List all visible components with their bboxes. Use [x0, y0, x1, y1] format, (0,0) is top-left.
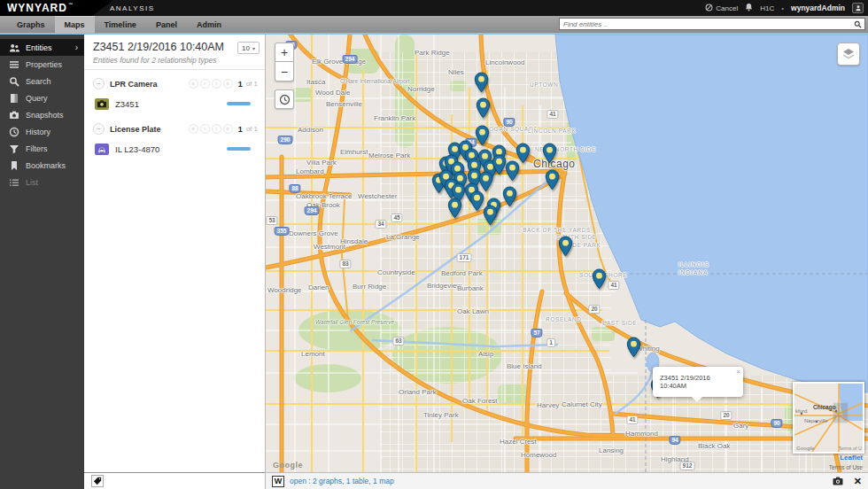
sidebar-item-label: Entities — [26, 43, 52, 52]
tabbar: GraphsMapsTimelinePanelAdmin — [0, 16, 868, 33]
open-views-link[interactable]: open : 2 graphs, 1 table, 1 map — [290, 477, 394, 485]
sidebar-item-label: List — [26, 178, 38, 187]
map-pin[interactable] — [447, 198, 462, 219]
entity-name: IL L23-4870 — [115, 144, 159, 154]
map-statusbar: W open : 2 graphs, 1 table, 1 map ✕ — [266, 472, 868, 489]
pager-next-button[interactable]: › — [212, 124, 221, 134]
map-pin[interactable] — [474, 72, 489, 93]
road-shield: 53 — [266, 216, 277, 225]
road-shield: 41 — [626, 415, 638, 424]
snapshots-icon — [9, 110, 19, 120]
tab-admin[interactable]: Admin — [187, 16, 231, 33]
sidebar-item-label: History — [26, 128, 50, 136]
camera-icon — [95, 98, 109, 110]
leaflet-link[interactable]: Leaflet — [840, 454, 863, 462]
road-shield: 34 — [375, 220, 386, 229]
road-shield: 290 — [278, 136, 293, 144]
map-pin[interactable] — [483, 205, 498, 226]
overview-minimap[interactable]: kfordChicagoNaperville Google Terms of U — [793, 382, 864, 454]
tab-graphs[interactable]: Graphs — [7, 16, 55, 33]
map-pin[interactable] — [626, 337, 641, 358]
map-pin[interactable] — [558, 236, 573, 257]
relationship-group: −LPR Camera«‹›»1of 1Z3451 — [84, 70, 265, 113]
map-pin[interactable] — [592, 268, 607, 290]
relationship-group: −License Plate«‹›»1of 1IL L23-4870 — [84, 115, 265, 159]
map-pin[interactable] — [505, 160, 520, 182]
entity-row[interactable]: IL L23-4870 — [95, 139, 258, 159]
page-size-select[interactable]: 10 ▾ — [237, 42, 260, 54]
panel-title: Z3451 2/19/2016 10:40AM — [93, 41, 224, 53]
search-icon[interactable] — [851, 20, 864, 28]
sidebar-item-list: List — [0, 174, 84, 190]
pager-prev-button[interactable]: ‹ — [200, 79, 210, 89]
trademark-mark: ™ — [68, 2, 74, 7]
sidebar-item-filters[interactable]: Filters — [0, 140, 84, 157]
pager-total-pages: of 1 — [246, 80, 258, 88]
group-pager: «‹›»1of 1 — [189, 124, 258, 134]
road-shield: 88 — [289, 184, 300, 193]
map-pin[interactable] — [502, 186, 517, 207]
close-map-button[interactable]: ✕ — [854, 476, 862, 487]
road-shield: 41 — [608, 281, 619, 290]
tag-icon[interactable] — [91, 475, 104, 487]
sidebar-item-label: Filters — [26, 144, 48, 153]
time-slider-button[interactable] — [275, 89, 294, 109]
panel-header: Z3451 2/19/2016 10:40AM Entities found f… — [84, 35, 265, 70]
terms-of-use-link[interactable]: Terms of Use — [829, 464, 863, 471]
pager-first-button[interactable]: « — [189, 124, 198, 134]
map-pin[interactable] — [475, 125, 490, 146]
sidebar-item-history[interactable]: History — [0, 123, 84, 140]
map-pin[interactable] — [476, 97, 491, 119]
road-shield: 294 — [305, 206, 320, 215]
sidebar-item-properties[interactable]: Properties — [0, 56, 84, 73]
layers-button[interactable] — [837, 43, 860, 66]
map-pin[interactable] — [478, 171, 493, 192]
search-input[interactable] — [560, 20, 851, 28]
entity-row[interactable]: Z3451 — [95, 94, 258, 113]
road-shield: 90 — [771, 419, 782, 428]
user-icon[interactable] — [852, 3, 864, 13]
license-plate-icon — [95, 144, 109, 155]
tab-panel[interactable]: Panel — [146, 16, 187, 33]
sidebar-item-query[interactable]: Query — [0, 89, 84, 106]
group-pager: «‹›»1of 1 — [189, 79, 258, 89]
sidebar-item-search[interactable]: Search — [0, 73, 84, 89]
site-code[interactable]: H1C — [760, 4, 774, 12]
tab-timeline[interactable]: Timeline — [95, 16, 146, 33]
map-pin[interactable] — [542, 143, 557, 164]
pager-first-button[interactable]: « — [189, 79, 198, 89]
collapse-group-button[interactable]: − — [93, 123, 105, 135]
pager-next-button[interactable]: › — [212, 79, 221, 89]
zoom-in-button[interactable]: + — [275, 43, 294, 62]
minimap-google-watermark: Google — [796, 446, 815, 451]
tooltip-close-icon[interactable]: × — [736, 368, 740, 376]
tab-maps[interactable]: Maps — [55, 16, 95, 33]
collapse-group-button[interactable]: − — [93, 78, 105, 89]
pager-prev-button[interactable]: ‹ — [200, 124, 210, 134]
map-canvas[interactable]: Park RidgeNilesLincolnwoodElk Grove Vill… — [266, 35, 868, 472]
pager-last-button[interactable]: » — [223, 79, 233, 89]
panel-footer — [84, 472, 265, 489]
road-shield: 90 — [503, 118, 515, 127]
page-size-value: 10 — [242, 44, 250, 52]
pager-last-button[interactable]: » — [223, 124, 233, 134]
sidebar-item-bookmarks[interactable]: Bookmarks — [0, 157, 84, 174]
entities-icon — [9, 43, 19, 53]
cancel-button[interactable]: Cancel — [705, 4, 738, 13]
map-pin[interactable] — [545, 169, 560, 190]
bell-icon[interactable] — [745, 3, 753, 13]
close-icon: ✕ — [854, 476, 862, 487]
sidebar-item-entities[interactable]: Entities› — [0, 39, 84, 56]
sidebar-item-label: Query — [26, 94, 48, 103]
sidebar-item-snapshots[interactable]: Snapshots — [0, 106, 84, 123]
minimap-label: Naperville — [804, 418, 828, 423]
road-shield: 45 — [391, 213, 402, 222]
road-shield: 355 — [275, 227, 290, 236]
sidebar-item-label: Bookmarks — [26, 161, 66, 170]
road-shield: 94 — [669, 436, 680, 445]
username[interactable]: wynyardAdmin — [791, 4, 845, 12]
ban-icon — [705, 4, 713, 13]
zoom-out-button[interactable]: − — [275, 62, 294, 82]
sidebar-item-label: Search — [26, 77, 51, 86]
snapshot-camera-button[interactable] — [833, 477, 843, 485]
